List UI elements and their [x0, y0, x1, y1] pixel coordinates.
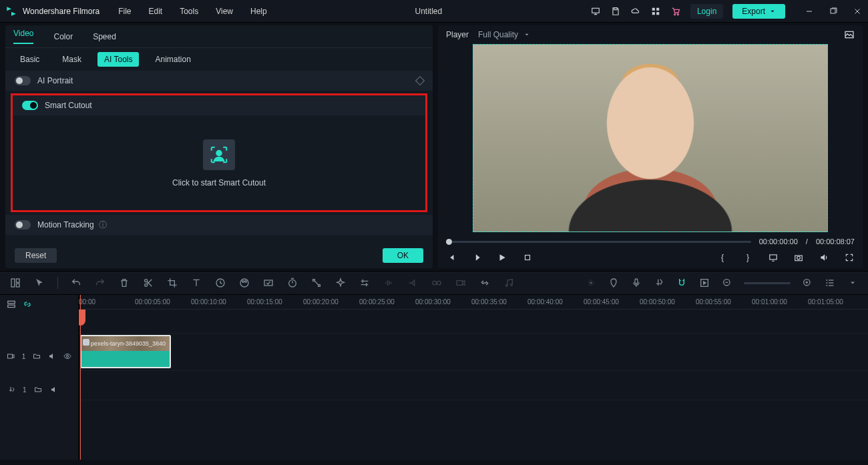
crop-icon[interactable]: [166, 277, 178, 289]
zoom-slider[interactable]: [744, 282, 791, 284]
audio-track[interactable]: [79, 371, 868, 400]
camera-icon[interactable]: [793, 252, 804, 263]
folder-icon[interactable]: [32, 352, 41, 361]
scissors-icon[interactable]: [142, 277, 154, 289]
effects-icon[interactable]: [335, 277, 347, 289]
snapshot-icon[interactable]: [844, 29, 855, 40]
fullscreen-icon[interactable]: [844, 252, 855, 263]
svg-point-30: [511, 284, 513, 286]
timeline-ruler[interactable]: 00:0000:00:05:0000:00:10:0000:00:15:0000…: [79, 295, 868, 310]
mute-icon[interactable]: [49, 385, 59, 394]
ai-portrait-toggle[interactable]: [15, 76, 31, 85]
music-icon[interactable]: [503, 277, 515, 289]
list-icon[interactable]: [824, 277, 836, 289]
marker-out-icon[interactable]: }: [742, 252, 753, 263]
mute-icon[interactable]: [47, 352, 56, 361]
svg-point-32: [588, 280, 594, 286]
chevron-down-icon: [523, 31, 530, 38]
adjust-icon[interactable]: [359, 277, 371, 289]
play-from-button[interactable]: [471, 252, 482, 263]
cart-icon[interactable]: [670, 6, 681, 17]
color-icon[interactable]: [238, 277, 250, 289]
subtab-aitools[interactable]: AI Tools: [97, 52, 139, 67]
video-track-icon[interactable]: [7, 352, 15, 361]
keyframe-icon[interactable]: [415, 76, 425, 85]
audio1-icon[interactable]: [383, 277, 395, 289]
text-icon[interactable]: [190, 277, 202, 289]
save-icon[interactable]: [610, 6, 621, 17]
more-icon[interactable]: [847, 277, 859, 289]
subtab-mask[interactable]: Mask: [55, 52, 88, 67]
ai-icon[interactable]: [585, 277, 597, 289]
redo-icon[interactable]: [94, 277, 106, 289]
keyframe-tool-icon[interactable]: [310, 277, 322, 289]
scrub-track[interactable]: [446, 241, 751, 243]
layout-icon[interactable]: [9, 277, 21, 289]
menu-help[interactable]: Help: [250, 7, 267, 16]
ok-button[interactable]: OK: [383, 248, 423, 263]
delete-icon[interactable]: [118, 277, 130, 289]
audio2-icon[interactable]: [407, 277, 419, 289]
render-icon[interactable]: [698, 277, 710, 289]
link-icon[interactable]: [431, 277, 443, 289]
video-track[interactable]: pexels-taryn-3849035_3840: [79, 334, 868, 371]
play-button[interactable]: [497, 252, 507, 263]
login-button[interactable]: Login: [690, 4, 723, 19]
volume-icon[interactable]: [819, 252, 829, 263]
display-icon[interactable]: [768, 252, 779, 263]
magnet-icon[interactable]: [676, 277, 688, 289]
quality-select[interactable]: Full Quality: [478, 30, 530, 39]
scrub-head[interactable]: [446, 239, 452, 245]
desktop-icon[interactable]: [590, 6, 601, 17]
video-clip[interactable]: pexels-taryn-3849035_3840: [80, 335, 171, 368]
chain-icon[interactable]: [479, 277, 491, 289]
subtab-animation[interactable]: Animation: [148, 52, 197, 67]
menu-edit[interactable]: Edit: [149, 7, 163, 16]
eye-icon[interactable]: [63, 352, 71, 361]
menu-tools[interactable]: Tools: [180, 7, 198, 16]
tab-color[interactable]: Color: [53, 32, 73, 41]
record-icon[interactable]: [455, 277, 467, 289]
preview-viewport[interactable]: [473, 44, 828, 232]
zoom-out-icon[interactable]: [721, 277, 733, 289]
zoom-in-icon[interactable]: [801, 277, 813, 289]
autolink-icon[interactable]: [23, 300, 32, 309]
marker-icon[interactable]: [608, 277, 620, 289]
greenscreen-icon[interactable]: [262, 277, 274, 289]
prev-frame-button[interactable]: [446, 252, 457, 263]
smart-cutout-start-button[interactable]: [203, 139, 235, 170]
cloud-icon[interactable]: [630, 6, 641, 17]
smart-cutout-toggle[interactable]: [22, 101, 38, 110]
menu-file[interactable]: File: [118, 7, 131, 16]
audio-track-icon[interactable]: [7, 385, 16, 394]
mixer-icon[interactable]: [653, 277, 665, 289]
close-icon[interactable]: [852, 6, 863, 17]
tab-video[interactable]: Video: [13, 29, 33, 44]
export-button[interactable]: Export: [732, 4, 785, 19]
svg-rect-16: [16, 279, 19, 282]
reset-button[interactable]: Reset: [15, 248, 57, 263]
timeline-tracks[interactable]: 00:0000:00:05:0000:00:10:0000:00:15:0000…: [79, 295, 868, 460]
undo-icon[interactable]: [70, 277, 82, 289]
timeline: 1 1 00:0000:00:05:0000:00:10:0000:00:15:…: [0, 295, 868, 460]
apps-icon[interactable]: [650, 6, 661, 17]
cursor-icon[interactable]: [33, 277, 45, 289]
motion-tracking-label: Motion Tracking: [37, 220, 94, 229]
help-icon[interactable]: ⓘ: [98, 220, 107, 229]
timer-icon[interactable]: [286, 277, 298, 289]
mic-icon[interactable]: [630, 277, 642, 289]
stop-button[interactable]: [522, 252, 533, 263]
svg-point-37: [826, 280, 827, 281]
subtab-basic[interactable]: Basic: [13, 52, 46, 67]
marker-in-icon[interactable]: {: [717, 252, 728, 263]
minimize-icon[interactable]: [804, 6, 815, 17]
maximize-icon[interactable]: [828, 6, 839, 17]
motion-tracking-toggle[interactable]: [15, 220, 31, 229]
smart-cutout-hint: Click to start Smart Cutout: [172, 178, 266, 187]
tracks-icon[interactable]: [7, 300, 16, 309]
folder-icon[interactable]: [33, 385, 43, 394]
speed-icon[interactable]: [214, 277, 226, 289]
menu-view[interactable]: View: [216, 7, 233, 16]
playhead[interactable]: [80, 295, 81, 460]
tab-speed[interactable]: Speed: [93, 32, 116, 41]
